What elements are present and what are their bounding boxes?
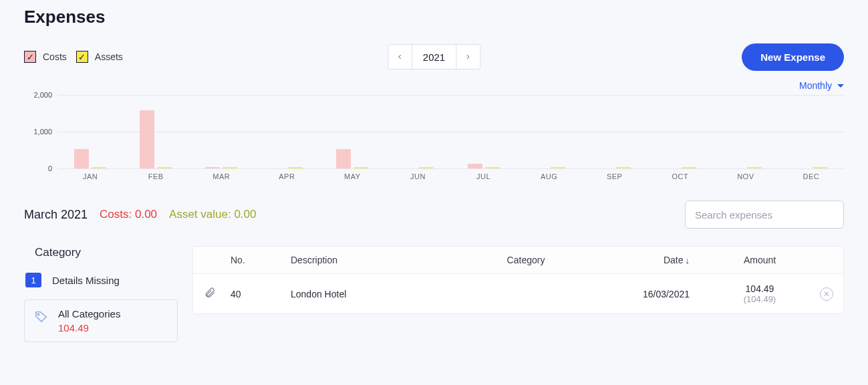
chart-x-tick: SEP bbox=[582, 168, 647, 182]
chart-x-tick: JAN bbox=[57, 168, 123, 182]
chart-y-tick: 1,000 bbox=[24, 128, 52, 136]
expenses-table: No. Description Category Date↓ Amount 40… bbox=[192, 246, 844, 314]
chart-x-tick: OCT bbox=[647, 168, 713, 182]
col-amount[interactable]: Amount bbox=[710, 247, 810, 274]
cell-category bbox=[462, 274, 589, 314]
year-prev-button[interactable] bbox=[388, 45, 412, 69]
delete-row-button[interactable]: ✕ bbox=[820, 287, 833, 301]
search-input[interactable] bbox=[685, 201, 844, 229]
category-name: All Categories bbox=[58, 308, 120, 319]
cell-description: London Hotel bbox=[284, 274, 462, 314]
granularity-label: Monthly bbox=[799, 80, 832, 91]
year-picker: 2021 bbox=[388, 44, 480, 70]
legend-assets-label: Assets bbox=[95, 51, 123, 62]
chart-month-jan[interactable] bbox=[57, 95, 123, 168]
col-actions bbox=[810, 247, 843, 274]
bar-cost bbox=[468, 164, 482, 168]
chart-x-tick: FEB bbox=[123, 168, 188, 182]
cell-date: 16/03/2021 bbox=[589, 274, 710, 314]
col-date[interactable]: Date↓ bbox=[589, 247, 710, 274]
checkbox-icon: ✓ bbox=[76, 51, 88, 63]
sidebar-title: Category bbox=[35, 246, 192, 259]
category-total: 104.49 bbox=[58, 322, 120, 334]
chart-month-feb[interactable] bbox=[123, 95, 188, 168]
chart-month-aug[interactable] bbox=[517, 95, 582, 168]
cell-amount: 104.49(104.49) bbox=[710, 274, 810, 314]
svg-point-0 bbox=[37, 313, 39, 315]
chart-y-tick: 2,000 bbox=[24, 91, 52, 99]
col-description[interactable]: Description bbox=[284, 247, 462, 274]
page-title: Expenses bbox=[24, 7, 844, 27]
chart-month-may[interactable] bbox=[319, 95, 385, 168]
chevron-right-icon bbox=[464, 53, 472, 61]
year-value[interactable]: 2021 bbox=[412, 45, 456, 69]
table-row[interactable]: 40London Hotel16/03/2021104.49(104.49)✕ bbox=[193, 274, 843, 314]
chart-x-tick: MAR bbox=[188, 168, 254, 182]
cell-no: 40 bbox=[224, 274, 284, 314]
chart-x-tick: MAY bbox=[319, 168, 385, 182]
legend-costs-label: Costs bbox=[43, 51, 67, 62]
chart-y-tick: 0 bbox=[24, 164, 52, 172]
category-all[interactable]: All Categories 104.49 bbox=[24, 299, 178, 342]
chart-x-tick: JUN bbox=[385, 168, 450, 182]
paperclip-icon bbox=[204, 290, 216, 301]
chart-x-tick: NOV bbox=[713, 168, 778, 182]
legend-toggle-assets[interactable]: ✓ Assets bbox=[76, 51, 123, 63]
checkbox-icon: ✓ bbox=[24, 51, 36, 63]
tag-icon bbox=[34, 309, 49, 326]
chart-month-nov[interactable] bbox=[713, 95, 778, 168]
col-attachment bbox=[193, 247, 224, 274]
chart-month-jun[interactable] bbox=[385, 95, 450, 168]
status-details-missing[interactable]: 1 Details Missing bbox=[24, 273, 192, 287]
caret-down-icon bbox=[837, 84, 844, 88]
category-sidebar: Category 1 Details Missing All Categorie… bbox=[24, 246, 192, 342]
chart-month-oct[interactable] bbox=[647, 95, 713, 168]
col-no[interactable]: No. bbox=[224, 247, 284, 274]
status-badge: 1 bbox=[25, 273, 41, 287]
new-expense-button[interactable]: New Expense bbox=[742, 43, 844, 71]
summary-assets: Asset value: 0.00 bbox=[169, 208, 256, 221]
expenses-chart: 01,0002,000 JANFEBMARAPRMAYJUNJULAUGSEPO… bbox=[57, 95, 844, 182]
chart-x-tick: JUL bbox=[450, 168, 516, 182]
controls-row: ✓ Costs ✓ Assets 2021 New Expense bbox=[24, 43, 844, 70]
summary-month: March 2021 bbox=[24, 208, 88, 222]
col-category[interactable]: Category bbox=[462, 247, 589, 274]
year-next-button[interactable] bbox=[456, 45, 480, 69]
chevron-left-icon bbox=[396, 53, 404, 61]
bar-cost bbox=[140, 110, 154, 168]
summary-costs: Costs: 0.00 bbox=[100, 208, 157, 221]
bar-cost bbox=[74, 149, 89, 168]
chart-x-tick: AUG bbox=[517, 168, 582, 182]
chart-month-jul[interactable] bbox=[450, 95, 516, 168]
legend-toggle-costs[interactable]: ✓ Costs bbox=[24, 51, 67, 63]
chart-month-apr[interactable] bbox=[254, 95, 319, 168]
chart-month-sep[interactable] bbox=[582, 95, 647, 168]
chart-month-mar[interactable] bbox=[188, 95, 254, 168]
chart-x-tick: APR bbox=[254, 168, 319, 182]
chart-month-dec[interactable] bbox=[778, 95, 844, 168]
chart-x-tick: DEC bbox=[778, 168, 844, 182]
status-label: Details Missing bbox=[52, 275, 120, 286]
granularity-select[interactable]: Monthly bbox=[799, 80, 844, 91]
sort-desc-icon: ↓ bbox=[686, 255, 690, 265]
bar-cost bbox=[336, 149, 351, 168]
